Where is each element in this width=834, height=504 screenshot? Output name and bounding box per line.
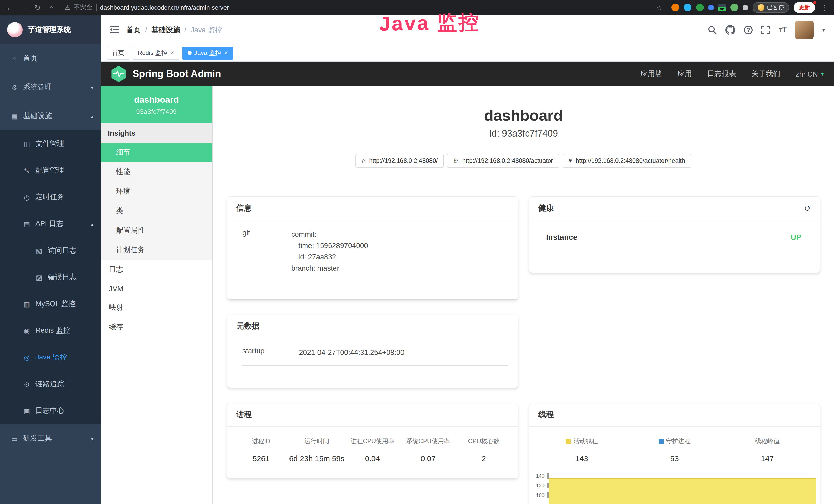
menu-label: 系统管理 bbox=[23, 83, 52, 92]
side-item-caches[interactable]: 缓存 bbox=[101, 317, 212, 337]
tab-home[interactable]: 首页 bbox=[107, 46, 129, 59]
menu-item-home[interactable]: ⌂ 首页 bbox=[0, 44, 101, 73]
help-icon[interactable]: ? bbox=[744, 25, 753, 34]
menu-item-system-management[interactable]: ⚙ 系统管理 ▾ bbox=[0, 73, 101, 102]
sba-nav-applications[interactable]: 应用 bbox=[678, 69, 692, 78]
breadcrumb-separator: / bbox=[184, 26, 186, 33]
menu-item-mysql-monitor[interactable]: ▥ MySQL 监控 bbox=[0, 291, 101, 317]
bookmark-star-icon[interactable]: ☆ bbox=[655, 3, 664, 12]
chevron-down-icon: ▾ bbox=[821, 70, 824, 77]
metric-value: 2 bbox=[456, 454, 512, 463]
fullscreen-icon[interactable] bbox=[762, 25, 770, 34]
history-icon[interactable]: ↺ bbox=[804, 204, 811, 213]
menu-item-access-logs[interactable]: ▧ 访问日志 bbox=[0, 237, 101, 264]
menu-item-tracing[interactable]: ⊙ 链路追踪 bbox=[0, 371, 101, 397]
page-subtitle: Id: 93a3fc7f7409 bbox=[213, 129, 834, 139]
side-item-scheduled-tasks[interactable]: 计划任务 bbox=[101, 240, 212, 260]
chevron-down-icon[interactable]: ▾ bbox=[822, 27, 825, 32]
active-tab-dot bbox=[188, 51, 192, 55]
instance-header[interactable]: dashboard 93a3fc7f7409 bbox=[101, 86, 212, 123]
menu-label: MySQL 监控 bbox=[36, 299, 75, 308]
menu-item-scheduled-tasks[interactable]: ◷ 定时任务 bbox=[0, 184, 101, 210]
sba-nav-journal[interactable]: 日志报表 bbox=[707, 69, 736, 78]
paused-badge[interactable]: 已暂停 bbox=[752, 2, 789, 13]
extension-icon[interactable] bbox=[684, 4, 692, 11]
log-center-icon: ▣ bbox=[23, 407, 31, 415]
app-title: 芋道管理系统 bbox=[28, 25, 71, 34]
font-size-icon[interactable]: TT bbox=[779, 25, 787, 35]
menu-item-java-monitor[interactable]: ◎ Java 监控 bbox=[0, 344, 101, 371]
health-instance-row[interactable]: Instance UP bbox=[546, 229, 802, 249]
tabs-bar: 首页 Redis 监控 × Java 监控 × bbox=[101, 45, 834, 62]
browser-home-icon[interactable]: ⌂ bbox=[47, 3, 56, 12]
forward-icon[interactable]: → bbox=[19, 3, 28, 12]
side-item-mappings[interactable]: 映射 bbox=[101, 298, 212, 317]
menu-item-log-center[interactable]: ▣ 日志中心 bbox=[0, 397, 101, 424]
browser-menu-icon[interactable]: ⋮ bbox=[820, 3, 829, 12]
metric-value: 6d 23h 15m 59s bbox=[289, 454, 345, 463]
menu-item-file-management[interactable]: ◫ 文件管理 bbox=[0, 131, 101, 157]
menu-item-dev-tools[interactable]: ▭ 研发工具 ▾ bbox=[0, 424, 101, 453]
side-item-config-props[interactable]: 配置属性 bbox=[101, 221, 212, 240]
menu-item-config-management[interactable]: ✎ 配置管理 bbox=[0, 157, 101, 184]
close-icon[interactable]: × bbox=[171, 49, 174, 56]
close-icon[interactable]: × bbox=[224, 49, 228, 56]
page-title: dashboard bbox=[213, 107, 834, 124]
search-icon[interactable] bbox=[708, 25, 717, 34]
metric-label: 活动线程 bbox=[573, 437, 598, 446]
menu-label: Java 监控 bbox=[36, 353, 67, 362]
extension-icon[interactable] bbox=[696, 4, 704, 11]
extension-icon[interactable] bbox=[672, 4, 679, 11]
left-column: 信息 git commit: time: 1596289704000 id: 2… bbox=[227, 197, 518, 478]
metric-value: 0.04 bbox=[345, 454, 400, 463]
chart-y-axis: 140 120 100 bbox=[530, 473, 549, 504]
reload-icon[interactable]: ↻ bbox=[33, 3, 42, 12]
metric-uptime: 运行时间 6d 23h 15m 59s bbox=[289, 437, 345, 463]
puzzle-extensions-icon[interactable] bbox=[743, 5, 748, 10]
tools-icon: ▭ bbox=[10, 435, 19, 442]
sba-content: dashboard Id: 93a3fc7f7409 ⌂ http://192.… bbox=[213, 86, 834, 504]
menu-item-infrastructure[interactable]: ▦ 基础设施 ▴ bbox=[0, 102, 101, 131]
collapse-sidebar-icon[interactable] bbox=[110, 26, 119, 34]
sba-header: Spring Boot Admin 应用墙 应用 日志报表 关于我们 zh~CN… bbox=[101, 62, 834, 86]
breadcrumb-infrastructure[interactable]: 基础设施 bbox=[151, 25, 180, 33]
metadata-row-startup: startup 2021-04-27T00:44:31.254+08:00 bbox=[242, 347, 507, 366]
metric-peak-threads: 线程峰值 147 bbox=[721, 437, 814, 463]
service-url-link[interactable]: ⌂ http://192.168.0.2:48080/ bbox=[356, 154, 444, 168]
side-item-environment[interactable]: 环境 bbox=[101, 182, 212, 201]
update-button[interactable]: 更新 bbox=[794, 2, 815, 13]
back-icon[interactable]: ← bbox=[5, 3, 14, 12]
info-row-git: git commit: time: 1596289704000 id: 27aa… bbox=[242, 229, 507, 281]
app-sidebar: 芋道管理系统 ⌂ 首页 ⚙ 系统管理 ▾ ▦ 基础设施 ▴ bbox=[0, 15, 101, 504]
breadcrumb-home[interactable]: 首页 bbox=[126, 25, 141, 33]
avatar[interactable] bbox=[795, 21, 814, 39]
side-item-classes[interactable]: 类 bbox=[101, 201, 212, 221]
address-bar[interactable]: ⚠ 不安全 dashboard.yudao.iocoder.cn/infra/a… bbox=[61, 3, 650, 12]
github-icon[interactable] bbox=[726, 25, 736, 35]
extension-icon[interactable] bbox=[708, 5, 714, 10]
metric-cpu-cores: CPU核心数 2 bbox=[456, 437, 512, 463]
menu-item-api-logs[interactable]: ▤ API 日志 ▴ bbox=[0, 210, 101, 237]
sba-nav-about[interactable]: 关于我们 bbox=[751, 69, 780, 78]
metadata-key: startup bbox=[242, 347, 299, 358]
app-logo-row: 芋道管理系统 bbox=[0, 15, 101, 44]
actuator-url-link[interactable]: ⚙ http://192.168.0.2:48080/actuator bbox=[447, 154, 559, 168]
menu-label: Redis 监控 bbox=[36, 326, 70, 335]
side-item-jvm[interactable]: JVM bbox=[101, 279, 212, 298]
threads-metrics: 活动线程 143 守护进程 bbox=[529, 427, 820, 467]
metric-value: 147 bbox=[721, 454, 814, 463]
extension-on-icon[interactable]: on bbox=[718, 4, 726, 11]
extension-icon[interactable] bbox=[730, 4, 738, 11]
side-item-logs[interactable]: 日志 bbox=[101, 260, 212, 279]
side-item-performance[interactable]: 性能 bbox=[101, 162, 212, 182]
menu-item-redis-monitor[interactable]: ◉ Redis 监控 bbox=[0, 317, 101, 344]
sba-nav-wallboard[interactable]: 应用墙 bbox=[641, 69, 662, 78]
tab-java-monitor[interactable]: Java 监控 × bbox=[182, 46, 233, 59]
locale-select[interactable]: zh~CN ▾ bbox=[796, 70, 824, 78]
side-item-details[interactable]: 细节 bbox=[101, 143, 212, 162]
screen: ← → ↻ ⌂ ⚠ 不安全 dashboard.yudao.iocoder.cn… bbox=[0, 0, 834, 504]
tab-redis-monitor[interactable]: Redis 监控 × bbox=[133, 46, 179, 59]
menu-item-error-logs[interactable]: ▨ 错误日志 bbox=[0, 264, 101, 291]
health-url-link[interactable]: ♥ http://192.168.0.2:48080/actuator/heal… bbox=[562, 154, 691, 168]
tab-label: Redis 监控 bbox=[138, 48, 168, 57]
